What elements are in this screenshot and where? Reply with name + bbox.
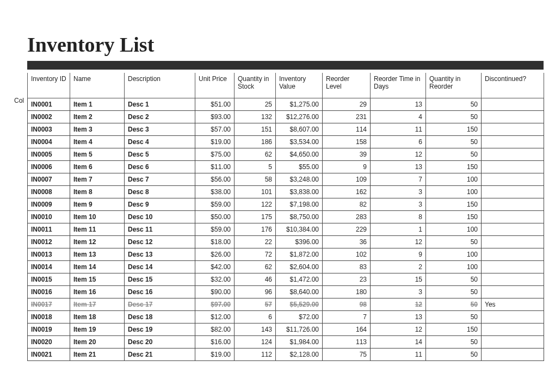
cell-name: Item 11 (70, 223, 125, 236)
cell-val: $11,726.00 (276, 323, 323, 336)
cell-disc (482, 161, 544, 173)
header-discontinued: Discontinued? (482, 73, 544, 98)
cell-reo: 113 (323, 336, 371, 349)
cell-name: Item 1 (70, 98, 125, 111)
cell-reo: 83 (323, 261, 371, 273)
cell-price: $93.00 (195, 111, 235, 123)
cell-desc: Desc 1 (125, 98, 195, 111)
cell-qty: 72 (235, 248, 276, 261)
cell-price: $57.00 (195, 123, 235, 136)
cell-price: $82.00 (195, 323, 235, 336)
cell-qre: 50 (426, 148, 482, 161)
cell-days: 12 (371, 236, 426, 248)
cell-reo: 162 (323, 186, 371, 198)
cell-days: 15 (371, 273, 426, 286)
cell-qre: 100 (426, 223, 482, 236)
cell-name: Item 7 (70, 173, 125, 186)
cell-price: $19.00 (195, 349, 235, 361)
cell-id: IN0014 (28, 261, 70, 273)
cell-days: 2 (371, 261, 426, 273)
cell-qty: 124 (235, 336, 276, 349)
cell-desc: Desc 5 (125, 148, 195, 161)
cell-reo: 23 (323, 273, 371, 286)
cell-reo: 39 (323, 148, 371, 161)
table-row: IN0018Item 18Desc 18$12.006$72.0071350 (28, 311, 544, 323)
table-row: IN0004Item 4Desc 4$19.00186$3,534.001586… (28, 136, 544, 148)
table-row: IN0019Item 19Desc 19$82.00143$11,726.001… (28, 323, 544, 336)
cell-days: 8 (371, 211, 426, 223)
table-row: IN0014Item 14Desc 14$42.0062$2,604.00832… (28, 261, 544, 273)
cell-days: 9 (371, 248, 426, 261)
cell-val: $12,276.00 (276, 111, 323, 123)
cell-val: $4,650.00 (276, 148, 323, 161)
page: Inventory List Col Inventory ID Name Des… (0, 0, 549, 372)
cell-price: $16.00 (195, 336, 235, 349)
cell-name: Item 19 (70, 323, 125, 336)
cell-id: IN0019 (28, 323, 70, 336)
header-name: Name (70, 73, 125, 98)
cell-desc: Desc 10 (125, 211, 195, 223)
cell-qre: 50 (426, 336, 482, 349)
table-row: IN0015Item 15Desc 15$32.0046$1,472.00231… (28, 273, 544, 286)
cell-val: $1,472.00 (276, 273, 323, 286)
cell-price: $59.00 (195, 223, 235, 236)
title-divider-bar (27, 61, 544, 70)
cell-reo: 229 (323, 223, 371, 236)
cell-qty: 25 (235, 98, 276, 111)
cell-days: 7 (371, 173, 426, 186)
cell-name: Item 5 (70, 148, 125, 161)
cell-qre: 100 (426, 248, 482, 261)
cell-desc: Desc 11 (125, 223, 195, 236)
cell-id: IN0018 (28, 311, 70, 323)
table-row: IN0010Item 10Desc 10$50.00175$8,750.0028… (28, 211, 544, 223)
cell-days: 14 (371, 336, 426, 349)
cell-qre: 150 (426, 198, 482, 211)
cell-disc (482, 336, 544, 349)
cell-desc: Desc 6 (125, 161, 195, 173)
cell-qty: 5 (235, 161, 276, 173)
cell-reo: 158 (323, 136, 371, 148)
truncated-column-label: Col (14, 97, 24, 104)
page-title: Inventory List (27, 33, 549, 57)
cell-reo: 231 (323, 111, 371, 123)
cell-price: $50.00 (195, 211, 235, 223)
cell-name: Item 18 (70, 311, 125, 323)
cell-disc (482, 198, 544, 211)
cell-price: $11.00 (195, 161, 235, 173)
cell-name: Item 8 (70, 186, 125, 198)
cell-desc: Desc 8 (125, 186, 195, 198)
cell-val: $3,248.00 (276, 173, 323, 186)
cell-id: IN0009 (28, 198, 70, 211)
cell-days: 4 (371, 111, 426, 123)
cell-id: IN0012 (28, 236, 70, 248)
cell-qty: 143 (235, 323, 276, 336)
cell-val: $1,275.00 (276, 98, 323, 111)
table-row: IN0003Item 3Desc 3$57.00151$8,607.001141… (28, 123, 544, 136)
cell-disc (482, 261, 544, 273)
cell-reo: 180 (323, 286, 371, 298)
cell-reo: 36 (323, 236, 371, 248)
cell-desc: Desc 13 (125, 248, 195, 261)
cell-price: $51.00 (195, 98, 235, 111)
table-row: IN0013Item 13Desc 13$26.0072$1,872.00102… (28, 248, 544, 261)
cell-qre: 150 (426, 323, 482, 336)
cell-days: 12 (371, 298, 426, 311)
cell-days: 11 (371, 123, 426, 136)
cell-disc (482, 349, 544, 361)
cell-qty: 151 (235, 123, 276, 136)
cell-id: IN0021 (28, 349, 70, 361)
cell-days: 13 (371, 98, 426, 111)
cell-reo: 283 (323, 211, 371, 223)
cell-price: $97.00 (195, 298, 235, 311)
cell-desc: Desc 17 (125, 298, 195, 311)
cell-disc (482, 123, 544, 136)
cell-val: $1,984.00 (276, 336, 323, 349)
cell-days: 3 (371, 186, 426, 198)
cell-qty: 176 (235, 223, 276, 236)
cell-qre: 50 (426, 298, 482, 311)
cell-qre: 150 (426, 123, 482, 136)
cell-qre: 100 (426, 173, 482, 186)
table-row: IN0002Item 2Desc 2$93.00132$12,276.00231… (28, 111, 544, 123)
cell-name: Item 13 (70, 248, 125, 261)
cell-name: Item 4 (70, 136, 125, 148)
